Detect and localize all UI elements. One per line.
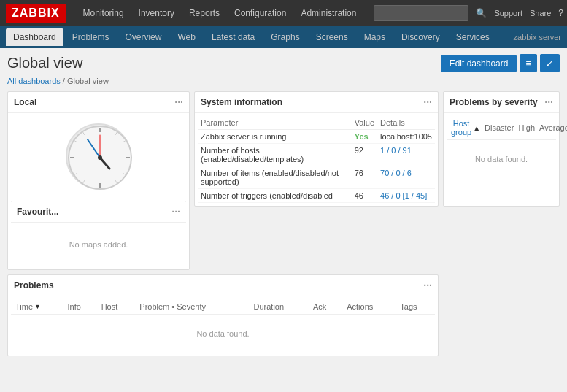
pbs-columns: Host group ▲ Disaster High Average Warni… [447, 116, 556, 140]
system-info-header: System information ··· [195, 92, 438, 113]
details-items: 70 / 0 / 6 [377, 166, 435, 189]
param-hosts: Number of hosts (enabled/disabled/templa… [198, 144, 352, 166]
nav-reports[interactable]: Reports [183, 5, 225, 21]
system-info-table: Parameter Value Details Zabbix server is… [198, 116, 435, 203]
table-row: Number of hosts (enabled/disabled/templa… [198, 144, 435, 166]
breadcrumb: All dashboards / Global view [7, 77, 560, 85]
problems-body: Time ▼ Info Host Problem • Severity Dura… [8, 296, 438, 356]
details-hosts: 1 / 0 / 91 [377, 144, 435, 166]
table-row: Zabbix server is running Yes localhost:1… [198, 130, 435, 144]
val-running: Yes [352, 130, 377, 144]
tab-latest-data[interactable]: Latest data [204, 28, 262, 46]
prob-col-info: Info [63, 299, 96, 315]
col-parameter: Parameter [198, 116, 352, 130]
time-sort-icon[interactable]: ▼ [34, 303, 41, 310]
local-clock-menu[interactable]: ··· [174, 96, 183, 108]
details-triggers: 46 / 0 [1 / 45] [377, 189, 435, 203]
prob-col-problem: Problem • Severity [135, 299, 249, 315]
nav-administration[interactable]: Administration [295, 5, 362, 21]
prob-col-actions: Actions [342, 299, 396, 315]
problems-by-severity-widget: Problems by severity ··· Host group ▲ Di… [443, 91, 560, 207]
favourites-menu[interactable]: ··· [171, 206, 180, 218]
clock-svg [67, 125, 133, 191]
prob-col-ack: Ack [309, 299, 342, 315]
details-running: localhost:1005 [377, 130, 435, 144]
clock-container [11, 116, 186, 196]
col-details: Details [377, 116, 435, 130]
help-icon[interactable]: ? [558, 8, 563, 18]
tab-dashboard[interactable]: Dashboard [6, 28, 63, 46]
param-triggers: Number of triggers (enabled/disabled [198, 189, 352, 203]
top-bar: ZABBIX Monitoring Inventory Reports Conf… [0, 0, 567, 26]
share-link[interactable]: Share [530, 9, 551, 18]
tab-services[interactable]: Services [449, 28, 497, 46]
table-row: Number of triggers (enabled/disabled 46 … [198, 189, 435, 203]
page-header: Global view Edit dashboard ≡ ⤢ [7, 54, 560, 72]
search-input[interactable] [374, 5, 468, 21]
sort-arrow-icon: ▲ [473, 124, 480, 132]
system-info-widget: System information ··· Parameter Value D… [194, 91, 439, 207]
support-link[interactable]: Support [494, 9, 522, 18]
local-clock-widget: Local ··· [7, 91, 190, 270]
breadcrumb-parent[interactable]: All dashboards [7, 77, 61, 85]
local-clock-header: Local ··· [8, 92, 189, 113]
list-view-button[interactable]: ≡ [520, 54, 537, 72]
breadcrumb-separator: / [63, 77, 65, 85]
pbs-col-hostgroup: Host group ▲ [451, 119, 480, 137]
tab-problems[interactable]: Problems [65, 28, 117, 46]
problems-menu[interactable]: ··· [423, 280, 432, 291]
pbs-col-high: High [518, 123, 535, 132]
pbs-col-disaster: Disaster [485, 123, 514, 132]
val-triggers: 46 [352, 189, 377, 203]
problems-widget: Problems ··· Time ▼ Info [7, 274, 439, 356]
pbs-no-data: No data found. [447, 140, 556, 178]
pbs-title: Problems by severity [450, 97, 538, 107]
nav-monitoring[interactable]: Monitoring [77, 5, 130, 21]
favourites-title: Favourit... [17, 207, 58, 217]
prob-col-tags: Tags [396, 299, 435, 315]
nav-configuration[interactable]: Configuration [228, 5, 292, 21]
val-items: 76 [352, 166, 377, 189]
system-info-menu[interactable]: ··· [423, 96, 432, 108]
problems-title: Problems [14, 280, 54, 291]
local-clock-body: Favourit... ··· No maps added. [8, 113, 189, 269]
val-hosts: 92 [352, 144, 377, 166]
problems-table: Time ▼ Info Host Problem • Severity Dura… [11, 299, 435, 315]
pbs-col-average: Average [539, 123, 567, 132]
favourites-no-data: No maps added. [14, 226, 183, 264]
favourites-body: No maps added. [11, 223, 186, 266]
problems-header: Problems ··· [8, 275, 438, 296]
col-value: Value [352, 116, 377, 130]
favourites-header: Favourit... ··· [11, 201, 186, 223]
edit-dashboard-button[interactable]: Edit dashboard [441, 55, 517, 72]
pbs-body: Host group ▲ Disaster High Average Warni… [444, 113, 559, 181]
param-running: Zabbix server is running [198, 130, 352, 144]
nav-inventory[interactable]: Inventory [133, 5, 180, 21]
page-title: Global view [7, 55, 82, 72]
logo[interactable]: ZABBIX [6, 4, 66, 23]
tab-web[interactable]: Web [170, 28, 202, 46]
breadcrumb-current: Global view [67, 77, 109, 85]
fullscreen-button[interactable]: ⤢ [540, 54, 560, 72]
prob-col-time: Time ▼ [11, 299, 63, 315]
tab-graphs[interactable]: Graphs [263, 28, 306, 46]
system-info-title: System information [201, 97, 282, 107]
local-clock-title: Local [14, 97, 36, 107]
pbs-menu[interactable]: ··· [544, 96, 553, 108]
favourites-widget: Favourit... ··· No maps added. [11, 201, 186, 266]
svg-point-16 [98, 155, 102, 160]
dashboard-grid: System information ··· Parameter Value D… [7, 91, 560, 356]
tab-overview[interactable]: Overview [117, 28, 169, 46]
server-label: zabbix server [514, 33, 561, 42]
second-nav-bar: Dashboard Problems Overview Web Latest d… [0, 26, 567, 48]
top-navigation: Monitoring Inventory Reports Configurati… [77, 5, 363, 21]
prob-col-duration: Duration [250, 299, 309, 315]
system-info-body: Parameter Value Details Zabbix server is… [195, 113, 438, 206]
problems-no-data: No data found. [11, 315, 435, 353]
header-actions: Edit dashboard ≡ ⤢ [441, 54, 560, 72]
table-row: Number of items (enabled/disabled/not su… [198, 166, 435, 189]
tab-maps[interactable]: Maps [357, 28, 393, 46]
tab-screens[interactable]: Screens [309, 28, 355, 46]
tab-discovery[interactable]: Discovery [394, 28, 447, 46]
search-icon[interactable]: 🔍 [476, 8, 487, 18]
